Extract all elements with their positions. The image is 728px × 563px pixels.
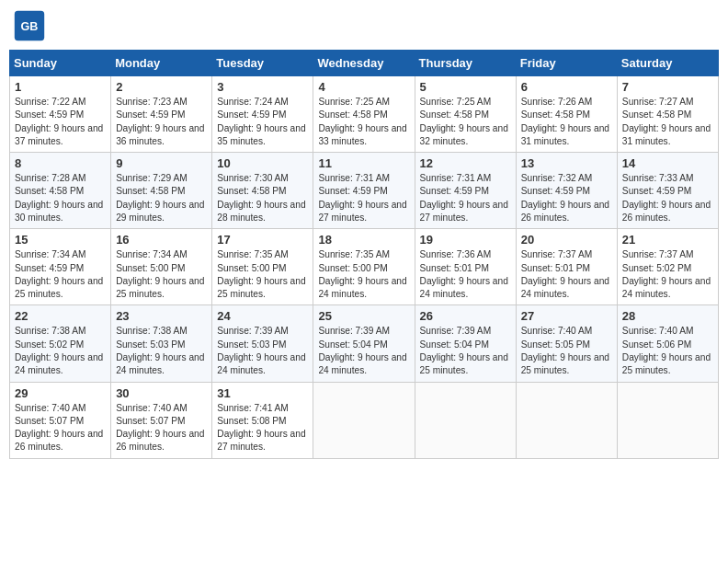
calendar-cell: 26Sunrise: 7:39 AMSunset: 5:04 PMDayligh… [415,305,516,382]
day-number: 29 [15,386,106,400]
day-number: 26 [420,309,511,323]
day-info: Sunrise: 7:22 AMSunset: 4:59 PMDaylight:… [15,96,106,148]
calendar-cell: 27Sunrise: 7:40 AMSunset: 5:05 PMDayligh… [516,305,617,382]
day-info: Sunrise: 7:35 AMSunset: 5:00 PMDaylight:… [318,248,409,301]
col-header-saturday: Saturday [617,51,718,76]
calendar-cell: 14Sunrise: 7:33 AMSunset: 4:59 PMDayligh… [617,153,718,229]
col-header-tuesday: Tuesday [212,51,313,76]
calendar-cell: 12Sunrise: 7:31 AMSunset: 4:59 PMDayligh… [415,153,516,229]
day-info: Sunrise: 7:41 AMSunset: 5:08 PMDaylight:… [217,402,308,454]
day-info: Sunrise: 7:32 AMSunset: 4:59 PMDaylight:… [521,172,612,224]
day-number: 10 [217,156,308,170]
calendar-cell: 2Sunrise: 7:23 AMSunset: 4:59 PMDaylight… [111,76,212,153]
day-info: Sunrise: 7:26 AMSunset: 4:58 PMDaylight:… [521,96,612,148]
calendar-cell: 22Sunrise: 7:38 AMSunset: 5:02 PMDayligh… [10,305,111,382]
day-info: Sunrise: 7:31 AMSunset: 4:59 PMDaylight:… [420,172,511,224]
calendar-cell: 21Sunrise: 7:37 AMSunset: 5:02 PMDayligh… [617,229,718,305]
calendar-cell: 9Sunrise: 7:29 AMSunset: 4:58 PMDaylight… [111,153,212,229]
col-header-thursday: Thursday [415,51,516,76]
col-header-wednesday: Wednesday [313,51,415,76]
day-number: 27 [521,309,612,323]
calendar-cell: 8Sunrise: 7:28 AMSunset: 4:58 PMDaylight… [10,153,111,229]
day-info: Sunrise: 7:34 AMSunset: 4:59 PMDaylight:… [15,248,106,301]
day-info: Sunrise: 7:33 AMSunset: 4:59 PMDaylight:… [622,172,713,224]
day-number: 16 [116,233,207,247]
day-number: 31 [217,386,308,400]
day-number: 21 [622,233,713,247]
day-info: Sunrise: 7:37 AMSunset: 5:01 PMDaylight:… [521,248,612,301]
calendar-cell: 10Sunrise: 7:30 AMSunset: 4:58 PMDayligh… [212,153,313,229]
day-number: 11 [318,156,409,170]
day-info: Sunrise: 7:40 AMSunset: 5:05 PMDaylight:… [521,325,612,377]
day-info: Sunrise: 7:38 AMSunset: 5:02 PMDaylight:… [15,325,106,377]
calendar-body: 1Sunrise: 7:22 AMSunset: 4:59 PMDaylight… [10,76,719,459]
calendar-cell: 30Sunrise: 7:40 AMSunset: 5:07 PMDayligh… [111,382,212,458]
day-info: Sunrise: 7:31 AMSunset: 4:59 PMDaylight:… [318,172,409,224]
calendar-cell: 15Sunrise: 7:34 AMSunset: 4:59 PMDayligh… [10,229,111,305]
calendar-cell: 24Sunrise: 7:39 AMSunset: 5:03 PMDayligh… [212,305,313,382]
day-info: Sunrise: 7:39 AMSunset: 5:04 PMDaylight:… [318,325,409,377]
day-number: 9 [116,156,207,170]
day-info: Sunrise: 7:28 AMSunset: 4:58 PMDaylight:… [15,172,106,224]
col-header-monday: Monday [111,51,212,76]
calendar-cell: 28Sunrise: 7:40 AMSunset: 5:06 PMDayligh… [617,305,718,382]
day-number: 25 [318,309,409,323]
calendar-cell: 31Sunrise: 7:41 AMSunset: 5:08 PMDayligh… [212,382,313,458]
calendar-cell: 20Sunrise: 7:37 AMSunset: 5:01 PMDayligh… [516,229,617,305]
day-number: 18 [318,233,409,247]
day-info: Sunrise: 7:23 AMSunset: 4:59 PMDaylight:… [116,96,207,148]
calendar-week-row: 29Sunrise: 7:40 AMSunset: 5:07 PMDayligh… [10,382,719,458]
day-info: Sunrise: 7:38 AMSunset: 5:03 PMDaylight:… [116,325,207,377]
calendar-cell: 13Sunrise: 7:32 AMSunset: 4:59 PMDayligh… [516,153,617,229]
day-info: Sunrise: 7:34 AMSunset: 5:00 PMDaylight:… [116,248,207,301]
day-number: 15 [15,233,106,247]
calendar-cell [415,382,516,458]
day-number: 22 [15,309,106,323]
day-number: 14 [622,156,713,170]
day-number: 6 [521,80,612,94]
day-info: Sunrise: 7:36 AMSunset: 5:01 PMDaylight:… [420,248,511,301]
calendar-cell: 29Sunrise: 7:40 AMSunset: 5:07 PMDayligh… [10,382,111,458]
day-number: 8 [15,156,106,170]
calendar-week-row: 8Sunrise: 7:28 AMSunset: 4:58 PMDaylight… [10,153,719,229]
calendar-cell: 17Sunrise: 7:35 AMSunset: 5:00 PMDayligh… [212,229,313,305]
day-info: Sunrise: 7:40 AMSunset: 5:06 PMDaylight:… [622,325,713,377]
calendar-table: SundayMondayTuesdayWednesdayThursdayFrid… [9,50,719,459]
day-number: 17 [217,233,308,247]
logo: GB [13,9,50,42]
day-number: 2 [116,80,207,94]
day-number: 5 [420,80,511,94]
col-header-friday: Friday [516,51,617,76]
day-number: 23 [116,309,207,323]
day-number: 20 [521,233,612,247]
calendar-cell: 16Sunrise: 7:34 AMSunset: 5:00 PMDayligh… [111,229,212,305]
calendar-cell [516,382,617,458]
day-info: Sunrise: 7:29 AMSunset: 4:58 PMDaylight:… [116,172,207,224]
calendar-cell [313,382,415,458]
calendar-week-row: 15Sunrise: 7:34 AMSunset: 4:59 PMDayligh… [10,229,719,305]
calendar-week-row: 1Sunrise: 7:22 AMSunset: 4:59 PMDaylight… [10,76,719,153]
svg-text:GB: GB [21,20,39,33]
day-number: 19 [420,233,511,247]
day-info: Sunrise: 7:30 AMSunset: 4:58 PMDaylight:… [217,172,308,224]
day-info: Sunrise: 7:40 AMSunset: 5:07 PMDaylight:… [15,402,106,454]
calendar-cell: 25Sunrise: 7:39 AMSunset: 5:04 PMDayligh… [313,305,415,382]
logo-icon: GB [13,9,46,42]
calendar-cell: 3Sunrise: 7:24 AMSunset: 4:59 PMDaylight… [212,76,313,153]
day-info: Sunrise: 7:25 AMSunset: 4:58 PMDaylight:… [318,96,409,148]
calendar-cell: 23Sunrise: 7:38 AMSunset: 5:03 PMDayligh… [111,305,212,382]
day-number: 12 [420,156,511,170]
calendar-cell: 18Sunrise: 7:35 AMSunset: 5:00 PMDayligh… [313,229,415,305]
day-number: 28 [622,309,713,323]
calendar-cell: 6Sunrise: 7:26 AMSunset: 4:58 PMDaylight… [516,76,617,153]
calendar-cell: 1Sunrise: 7:22 AMSunset: 4:59 PMDaylight… [10,76,111,153]
calendar-week-row: 22Sunrise: 7:38 AMSunset: 5:02 PMDayligh… [10,305,719,382]
calendar-cell [617,382,718,458]
day-info: Sunrise: 7:27 AMSunset: 4:58 PMDaylight:… [622,96,713,148]
day-number: 7 [622,80,713,94]
day-info: Sunrise: 7:39 AMSunset: 5:04 PMDaylight:… [420,325,511,377]
day-number: 24 [217,309,308,323]
day-info: Sunrise: 7:40 AMSunset: 5:07 PMDaylight:… [116,402,207,454]
day-info: Sunrise: 7:39 AMSunset: 5:03 PMDaylight:… [217,325,308,377]
day-number: 1 [15,80,106,94]
